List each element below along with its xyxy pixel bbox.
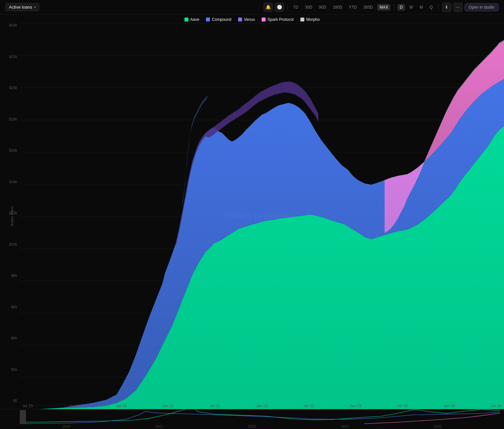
x-tick-jul24: Jul '24 <box>491 404 501 408</box>
x-tick-jan21: Jan '21 <box>163 404 174 408</box>
x-tick-jul21: Jul '21 <box>210 404 220 408</box>
y-tick-16b: $16b <box>3 148 17 152</box>
interval-btn-q[interactable]: Q <box>427 4 435 11</box>
y-tick-14b: $14b <box>3 180 17 184</box>
y-axis-label: Active loans <box>10 206 14 226</box>
time-btn-30d[interactable]: 30D <box>303 4 315 11</box>
y-tick-24b: $24b <box>3 23 17 27</box>
morpho-color <box>300 18 304 22</box>
time-btn-ytd[interactable]: YTD <box>347 4 359 11</box>
mini-chart-svg <box>0 409 504 424</box>
y-tick-20b: $20b <box>3 86 17 90</box>
x-tick-jul22: Jul '22 <box>304 404 314 408</box>
y-tick-8b: $8b <box>3 273 17 277</box>
open-studio-button[interactable]: Open in studio <box>465 3 499 11</box>
chart-container: Active loans ▾ 🔔 🕐 7D 30D 90D 180D YTD 3… <box>0 0 504 429</box>
interval-btn-w[interactable]: W <box>407 4 415 11</box>
time-btn-180d[interactable]: 180D <box>330 4 345 11</box>
separator-2 <box>394 4 394 11</box>
x-tick-jul23: Jul '23 <box>397 404 408 408</box>
y-tick-6b: $6b <box>3 305 17 309</box>
mini-x-axis: 2020 2021 2022 2023 2025 <box>0 424 504 428</box>
x-tick-jul20: Jul '20 <box>116 404 126 408</box>
compound-color <box>206 18 210 22</box>
metric-select[interactable]: Active loans ▾ <box>5 3 39 11</box>
metric-label: Active loans <box>9 5 32 10</box>
mini-x-tick-2021: 2021 <box>155 424 163 428</box>
mini-x-tick-2022: 2022 <box>248 424 256 428</box>
aave-color <box>184 18 188 22</box>
mini-chart[interactable]: 2020 2021 2022 2023 2025 <box>0 409 504 429</box>
y-tick-2b: $2b <box>3 367 17 371</box>
bell-icon-btn[interactable]: 🔔 <box>264 3 273 12</box>
separator-1 <box>287 4 288 11</box>
separator-3 <box>438 4 439 11</box>
x-tick-jan24: Jan '24 <box>443 404 455 408</box>
y-tick-10b: $10b <box>3 242 17 246</box>
clock-icon-btn[interactable]: 🕐 <box>275 3 284 12</box>
interval-btn-m[interactable]: M <box>417 4 425 11</box>
chart-plot[interactable]: token terminal_ Jul '19 Jan '20 Jul '20 … <box>20 23 504 409</box>
toolbar-left: Active loans ▾ <box>5 3 39 11</box>
legend-item-aave[interactable]: Aave <box>184 17 199 22</box>
venus-label: Venus <box>244 17 255 22</box>
x-tick-jan23: Jan '23 <box>350 404 361 408</box>
y-tick-4b: $4b <box>3 336 17 340</box>
compound-label: Compound <box>212 17 231 22</box>
x-tick-jan20: Jan '20 <box>69 404 80 408</box>
toolbar-right: 🔔 🕐 7D 30D 90D 180D YTD 365D MAX D W M Q… <box>264 3 499 12</box>
interval-btn-d[interactable]: D <box>397 4 405 11</box>
legend-item-venus[interactable]: Venus <box>238 17 255 22</box>
time-btn-365d[interactable]: 365D <box>361 4 376 11</box>
legend-item-compound[interactable]: Compound <box>206 17 231 22</box>
download-icon-btn[interactable]: ⬇ <box>442 3 451 12</box>
mini-x-tick-2020: 2020 <box>62 424 70 428</box>
x-tick-jan22: Jan '22 <box>256 404 268 408</box>
legend-item-morpho[interactable]: Morpho <box>300 17 320 22</box>
toolbar: Active loans ▾ 🔔 🕐 7D 30D 90D 180D YTD 3… <box>0 0 504 15</box>
legend-item-spark-protocol[interactable]: Spark Protocol <box>262 17 294 22</box>
more-icon-btn[interactable]: ⋯ <box>453 3 463 12</box>
legend: Aave Compound Venus Spark Protocol Morph… <box>0 15 504 23</box>
x-tick-jul19: Jul '19 <box>23 404 33 408</box>
y-tick-0: $0 <box>3 399 17 403</box>
aave-label: Aave <box>190 17 199 22</box>
y-tick-18b: $18b <box>3 117 17 121</box>
chart-area: Active loans $24b $22b $20b $18b $16b $1… <box>0 23 504 409</box>
y-tick-22b: $22b <box>3 55 17 59</box>
time-btn-max[interactable]: MAX <box>377 4 390 11</box>
spark-protocol-color <box>262 18 266 22</box>
area-chart-svg <box>20 23 504 409</box>
time-btn-90d[interactable]: 90D <box>317 4 328 11</box>
spark-protocol-label: Spark Protocol <box>268 17 294 22</box>
venus-color <box>238 18 242 22</box>
chevron-down-icon: ▾ <box>34 5 36 9</box>
mini-x-tick-2025: 2025 <box>434 424 442 428</box>
mini-x-tick-2023: 2023 <box>341 424 349 428</box>
morpho-label: Morpho <box>306 17 320 22</box>
x-axis: Jul '19 Jan '20 Jul '20 Jan '21 Jul '21 … <box>20 403 504 409</box>
mini-chart-scroll-handle[interactable] <box>20 410 26 424</box>
time-btn-7d[interactable]: 7D <box>291 4 301 11</box>
